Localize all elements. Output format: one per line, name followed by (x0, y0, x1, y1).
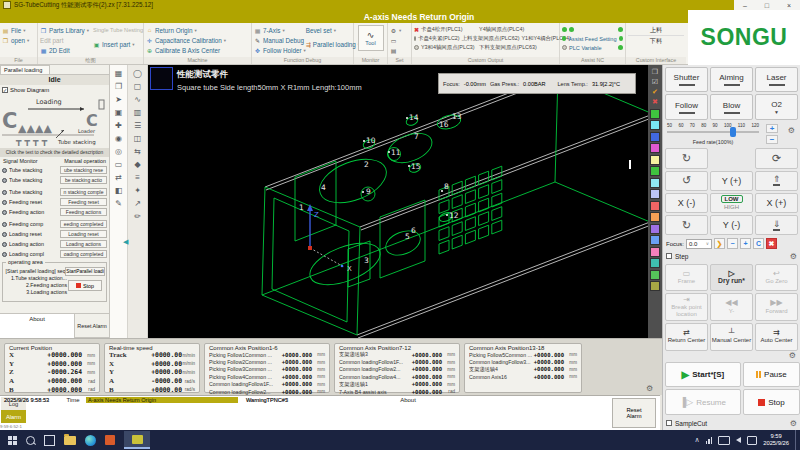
shutter-button[interactable]: Shutter (665, 67, 708, 92)
edit-part-button[interactable]: Edit part (40, 35, 93, 45)
plc4-output[interactable]: Y4轴回原点(PLC4) (479, 26, 524, 33)
feed-minus-button[interactable]: − (766, 135, 778, 144)
color-swatch[interactable] (650, 120, 660, 130)
signal-label[interactable]: Tube stacking (9, 177, 58, 183)
toolbar-icon[interactable]: ↗ (128, 197, 147, 210)
signal-label[interactable]: Feeding action (9, 209, 58, 215)
plc3-output[interactable]: Y3和4轴回原点(PLC3) (421, 44, 477, 51)
x-minus-button[interactable]: X (-) (665, 193, 708, 213)
feed-slider-track[interactable] (667, 131, 759, 133)
keyboard-icon[interactable] (718, 436, 730, 445)
b-rotate-cw-button[interactable]: ↻ (665, 148, 708, 168)
storage-set-button[interactable]: ▤ (390, 45, 409, 55)
samplecut-settings-gear-icon[interactable]: ⚙ (790, 419, 797, 428)
reset-alarm-button[interactable]: Reset Alarm (612, 398, 656, 428)
blow-button[interactable]: Blow (710, 94, 753, 119)
color-swatch[interactable] (650, 281, 660, 291)
plc2-output[interactable]: 卡盘4夹紧(PLC2) (418, 35, 460, 42)
show-desktop-button[interactable] (795, 430, 798, 450)
parallel-loading-button[interactable]: ⇶Parallel loading▾ (306, 39, 352, 49)
tab-alarm[interactable]: Alarm (1, 410, 26, 423)
plc1-output[interactable]: 卡盘4松开(PLC1) (421, 26, 477, 33)
load-button[interactable]: 上料 (628, 25, 684, 35)
show-diagram-checkbox[interactable]: ✓ (2, 87, 8, 93)
cross-icon[interactable]: ✖ (648, 97, 662, 107)
actions-settings-gear-icon[interactable]: ⚙ (789, 351, 796, 360)
speed-toggle-button[interactable]: LOWHIGH (710, 193, 753, 213)
manual-operation-button[interactable]: Feeding reset (60, 198, 107, 206)
manual-operation-button[interactable]: Loading actions (60, 240, 107, 248)
bevel-set-button[interactable]: Bevel set▾ (306, 25, 352, 35)
collapse-arrow-icon[interactable]: ◀ (123, 238, 128, 246)
parts-library-button[interactable]: ❒Parts Library▾ (40, 25, 93, 35)
toolbar-icon[interactable]: ◯ (128, 67, 147, 80)
toolbar-icon[interactable]: ◎ (110, 145, 127, 158)
signal-label[interactable]: Loading action (9, 241, 58, 247)
2d-edit-button[interactable]: ▦2D Edit (40, 45, 93, 55)
maximize-button[interactable]: □ (765, 2, 769, 9)
focus-select[interactable]: 0.0∨ (686, 239, 712, 249)
feed-settings-gear-icon[interactable]: ⚙ (788, 126, 795, 135)
focus-plus-button[interactable]: + (740, 238, 751, 249)
speaker-icon[interactable] (736, 437, 741, 443)
signal-label[interactable]: Loading compl (9, 251, 58, 257)
step-checkbox[interactable] (666, 253, 672, 259)
color-swatch[interactable] (650, 178, 660, 188)
b-rotate-minus-button[interactable]: ↻ (665, 215, 708, 235)
color-swatch[interactable] (650, 270, 660, 280)
file-explorer-icon[interactable] (64, 436, 76, 445)
break-point-button[interactable]: ⇥Break point location (665, 293, 708, 321)
plc-variable-button[interactable]: PLC Variable (569, 45, 616, 51)
toolbar-icon[interactable]: ▭ (110, 158, 127, 171)
color-swatch[interactable] (650, 258, 660, 268)
cad-viewport[interactable]: 1 2 3 4 5 6 7 8 9 10 11 12 13 14 15 16 Z… (148, 65, 648, 338)
return-center-button[interactable]: ⇄Return Center (665, 323, 708, 351)
color-swatch[interactable] (650, 235, 660, 245)
focus-go-button[interactable]: ❯ (714, 238, 725, 249)
aiming-button[interactable]: Aiming (710, 67, 753, 92)
toolbar-icon[interactable]: ❐ (110, 80, 127, 93)
manual-operation-button[interactable]: Feeding actions (60, 208, 107, 216)
color-swatch[interactable] (650, 212, 660, 222)
auto-center-button[interactable]: ⇉Auto Center (755, 323, 798, 351)
color-swatch[interactable] (650, 155, 660, 165)
resume-button[interactable]: ▐▷Resume (665, 389, 741, 414)
about-button[interactable]: About (0, 313, 74, 338)
laser-button[interactable]: Laser (755, 67, 798, 92)
stop-button[interactable]: Stop (743, 389, 800, 414)
toolbar-icon[interactable]: ▣ (110, 106, 127, 119)
toolbar-icon[interactable]: ◫ (128, 132, 147, 145)
toolbar-icon[interactable]: ⇄ (110, 171, 127, 184)
checkbox-icon[interactable]: ☑ (648, 77, 662, 87)
plc62-output[interactable]: 上料支架回原点(PLC62) (462, 35, 520, 42)
check-icon[interactable]: ✔ (648, 87, 662, 97)
toolbar-icon[interactable]: ✦ (128, 184, 147, 197)
7-axis-button[interactable]: ▦7-Axis▾ (254, 25, 306, 35)
signal-label[interactable]: Feeding reset (9, 199, 58, 205)
color-swatch[interactable] (650, 201, 660, 211)
file-menu-button[interactable]: ▤File▾ (2, 25, 35, 35)
focus-minus-button[interactable]: − (727, 238, 738, 249)
dry-run-button[interactable]: ▷Dry run* (710, 264, 753, 292)
loading-stop-button[interactable]: Stop (68, 280, 102, 291)
cutting-head-button[interactable]: ⚙▾ (390, 25, 409, 35)
copy-icon[interactable]: ❐ (648, 67, 662, 77)
pause-button[interactable]: Pause (743, 362, 800, 387)
toolbar-icon[interactable]: ▢ (128, 80, 147, 93)
focus-cancel-icon[interactable]: ✖ (766, 238, 777, 249)
calibrate-b-axis-button[interactable]: ⊕Calibrate B Axis Center (146, 45, 249, 55)
frame-button[interactable]: ▭Frame (665, 264, 708, 292)
assist-feed-setting-button[interactable]: Assist Feed Setting (568, 36, 616, 42)
forward-button[interactable]: ▶▶Forward (755, 293, 798, 321)
toolbar-icon[interactable]: ∿ (128, 93, 147, 106)
active-app-icon[interactable] (124, 431, 150, 449)
o2-button[interactable]: O2▼ (755, 94, 798, 119)
return-origin-button[interactable]: ⌂Return Origin▾ (146, 25, 249, 35)
head-down-button[interactable]: ⇓ (755, 215, 798, 235)
manual-operation-button[interactable]: ube stacking rese (60, 166, 107, 174)
step-settings-gear-icon[interactable]: ⚙ (790, 252, 797, 261)
focus-refresh-icon[interactable]: C (753, 238, 764, 249)
toolbar-icon[interactable]: ▦ (110, 67, 127, 80)
follow-holder-button[interactable]: ✥Follow Holder▾ (254, 45, 306, 55)
edge-browser-icon[interactable] (85, 435, 96, 446)
